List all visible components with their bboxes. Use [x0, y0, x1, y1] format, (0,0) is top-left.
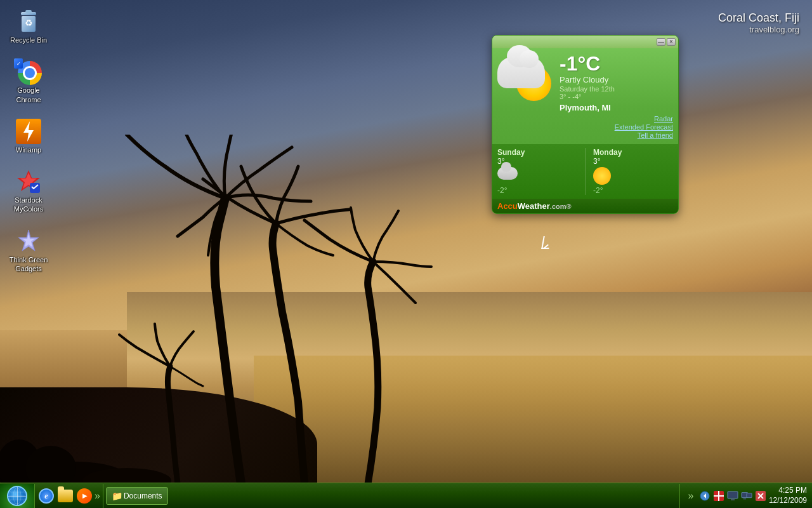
desktop-icons-container: ♻ Recycle Bin ✓ Google Chrome: [6, 6, 51, 276]
tell-friend-link[interactable]: Tell a friend: [638, 131, 673, 139]
svg-rect-27: [731, 499, 735, 500]
think-green-icon-image: [16, 229, 41, 254]
show-desktop-button[interactable]: »: [95, 490, 100, 502]
think-green-gadgets-icon[interactable]: Think Green Gadgets: [6, 226, 51, 276]
documents-taskbar-item[interactable]: 📁 Documents: [106, 487, 168, 505]
monitor-tray-icon[interactable]: [727, 490, 738, 502]
forecast-sunday: Sunday 3° -2°: [497, 148, 577, 195]
winamp-icon[interactable]: Winamp: [6, 116, 51, 157]
think-green-label: Think Green Gadgets: [9, 255, 48, 274]
forecast-monday: Monday 3° -2°: [593, 148, 673, 195]
svg-rect-30: [743, 498, 747, 499]
back-tray-icon[interactable]: [699, 490, 710, 502]
widget-minimize-button[interactable]: —: [657, 38, 665, 46]
stardock-icon-image: [16, 169, 41, 194]
accuweather-logo: AccuWeather.com®: [497, 201, 572, 211]
radar-link[interactable]: Radar: [654, 115, 673, 123]
svg-rect-25: [718, 491, 719, 501]
location-display: Coral Coast, Fiji travelblog.org: [718, 11, 799, 34]
system-tray: »: [679, 484, 812, 508]
weather-forecast: Sunday 3° -2° Monday 3° -2°: [492, 144, 678, 199]
start-button[interactable]: [0, 484, 35, 508]
recycle-bin-label: Recycle Bin: [10, 36, 47, 44]
recycle-bin-image: ♻: [16, 9, 41, 34]
svg-rect-26: [728, 491, 738, 498]
winamp-label: Winamp: [16, 145, 41, 154]
media-icon: [77, 488, 92, 504]
forecast-sunday-name: Sunday: [497, 148, 525, 157]
stardock-icon[interactable]: Stardock MyColors: [6, 166, 51, 217]
weather-widget: — × -1°C Partly Cloudy Saturday the 12th…: [492, 35, 679, 214]
folder-icon: [58, 490, 73, 502]
close-tray-icon[interactable]: [755, 490, 766, 502]
clock-date: 12/12/2009: [769, 496, 807, 506]
forecast-monday-name: Monday: [593, 148, 622, 157]
accu-weather-text: Weather: [518, 201, 550, 211]
svg-text:♻: ♻: [25, 18, 33, 28]
google-chrome-icon[interactable]: ✓ Google Chrome: [6, 57, 51, 107]
weather-icon-container: [497, 53, 554, 139]
clock-time: 4:25 PM: [778, 486, 807, 496]
forecast-monday-high: 3°: [593, 157, 600, 166]
flag-tray-icon[interactable]: [713, 490, 724, 502]
weather-location: Plymouth, MI: [560, 103, 673, 112]
media-quicklaunch[interactable]: [75, 487, 93, 505]
quick-launch-bar: »: [35, 484, 103, 508]
svg-rect-6: [25, 10, 32, 13]
widget-close-button[interactable]: ×: [667, 38, 676, 46]
ie-quicklaunch[interactable]: [37, 487, 55, 505]
documents-label: Documents: [124, 491, 162, 500]
location-name: Coral Coast, Fiji: [718, 11, 799, 25]
weather-main-body: -1°C Partly Cloudy Saturday the 12th 3° …: [492, 48, 678, 144]
stardock-label: Stardock MyColors: [9, 196, 48, 214]
weather-links: Radar Extended Forecast Tell a friend: [560, 115, 673, 139]
taskbar: » 📁 Documents »: [0, 483, 812, 508]
svg-point-16: [9, 488, 25, 504]
show-desktop-tray[interactable]: »: [685, 490, 697, 502]
forecast-monday-low: -2°: [593, 186, 603, 195]
svg-point-17: [13, 488, 21, 504]
forecast-divider: [585, 148, 586, 195]
weather-footer: AccuWeather.com®: [492, 199, 678, 213]
location-site: travelblog.org: [718, 25, 799, 34]
weather-info: -1°C Partly Cloudy Saturday the 12th 3° …: [560, 53, 673, 139]
temp-range: 3° - -4°: [560, 93, 673, 100]
weather-icon-large: [497, 53, 551, 104]
ie-icon: [39, 488, 54, 504]
desktop-background: [0, 0, 812, 508]
extended-forecast-link[interactable]: Extended Forecast: [615, 123, 673, 131]
system-clock[interactable]: 4:25 PM 12/12/2009: [769, 486, 807, 505]
winamp-icon-image: [16, 119, 41, 144]
chrome-icon-image: ✓: [16, 59, 41, 84]
weather-date: Saturday the 12th: [560, 85, 673, 93]
weather-condition: Partly Cloudy: [560, 75, 673, 84]
folder-quicklaunch[interactable]: [56, 487, 74, 505]
recycle-bin-icon[interactable]: ♻ Recycle Bin: [6, 6, 51, 47]
temperature-display: -1°C: [560, 53, 673, 74]
forecast-sunday-icon: [497, 167, 518, 180]
chrome-icon-label: Google Chrome: [9, 86, 48, 104]
taskbar-items-area: 📁 Documents: [103, 484, 679, 508]
cloud-icon: [497, 57, 545, 88]
forecast-monday-icon: [593, 167, 611, 185]
start-globe-icon: [7, 486, 27, 506]
forecast-sunday-low: -2°: [497, 186, 507, 195]
svg-rect-29: [747, 493, 752, 497]
vegetation: [0, 408, 190, 484]
dual-monitor-tray-icon[interactable]: [741, 490, 752, 502]
